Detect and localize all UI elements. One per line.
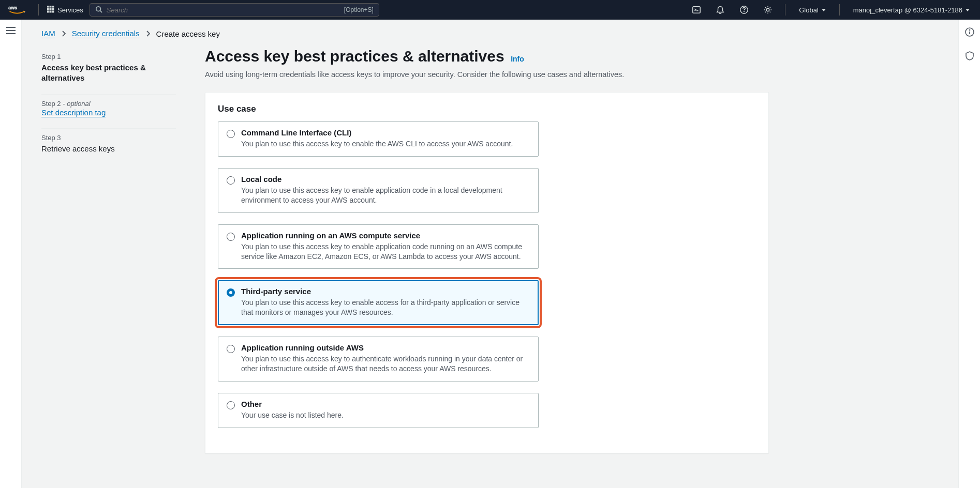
radio-icon xyxy=(227,288,235,297)
radio-icon xyxy=(227,233,235,241)
use-case-option-cli[interactable]: Command Line Interface (CLI)You plan to … xyxy=(218,121,539,157)
wizard-step-2: Step 2 - optional Set description tag xyxy=(41,95,176,129)
wizard-steps: Step 1 Access key best practices & alter… xyxy=(41,48,176,453)
search-icon xyxy=(95,6,102,14)
option-description: You plan to use this access key to enabl… xyxy=(241,298,530,317)
info-icon[interactable] xyxy=(964,27,975,39)
nav-divider xyxy=(839,4,840,16)
option-description: You plan to use this access key to enabl… xyxy=(241,139,513,149)
chevron-right-icon xyxy=(146,29,150,38)
services-label: Services xyxy=(57,6,83,14)
use-case-option-outside-aws[interactable]: Application running outside AWSYou plan … xyxy=(218,337,539,382)
step-title-link[interactable]: Set description tag xyxy=(41,108,106,117)
notifications-icon[interactable] xyxy=(711,5,729,14)
breadcrumb: IAM Security credentials Create access k… xyxy=(41,25,940,48)
svg-rect-5 xyxy=(50,8,51,10)
option-description: Your use case is not listed here. xyxy=(241,410,344,420)
caret-down-icon xyxy=(822,9,826,11)
option-title: Command Line Interface (CLI) xyxy=(241,128,513,137)
svg-point-15 xyxy=(744,11,744,12)
account-menu[interactable]: manoj_clevertap @ 6324-5181-2186 xyxy=(848,6,975,14)
svg-point-16 xyxy=(766,8,769,11)
option-description: You plan to use this access key to enabl… xyxy=(241,242,530,262)
svg-rect-8 xyxy=(50,11,51,12)
wizard-step-1: Step 1 Access key best practices & alter… xyxy=(41,48,176,95)
use-case-option-other[interactable]: OtherYour use case is not listed here. xyxy=(218,393,539,428)
nav-divider xyxy=(785,4,785,16)
search-shortcut: [Option+S] xyxy=(344,6,374,13)
services-button[interactable]: Services xyxy=(47,6,83,14)
card-header: Use case xyxy=(218,104,756,114)
help-icon[interactable] xyxy=(735,5,753,14)
option-title: Local code xyxy=(241,175,530,184)
svg-line-11 xyxy=(100,10,102,12)
nav-divider xyxy=(38,4,39,16)
page-subtitle: Avoid using long-term credentials like a… xyxy=(205,70,769,79)
use-case-option-third-party[interactable]: Third-party serviceYou plan to use this … xyxy=(218,280,539,325)
shield-icon[interactable] xyxy=(964,51,975,63)
step-label: Step 2 xyxy=(41,100,61,108)
svg-rect-6 xyxy=(52,8,54,10)
caret-down-icon xyxy=(966,9,970,11)
svg-rect-1 xyxy=(47,6,49,7)
step-label: Step 1 xyxy=(41,53,61,60)
use-case-card: Use case Command Line Interface (CLI)You… xyxy=(205,92,769,453)
radio-icon xyxy=(227,176,235,185)
svg-rect-9 xyxy=(52,11,54,12)
svg-point-10 xyxy=(96,6,101,11)
step-optional: - optional xyxy=(61,100,91,108)
breadcrumb-link-iam[interactable]: IAM xyxy=(41,29,55,38)
content: IAM Security credentials Create access k… xyxy=(22,20,958,488)
wizard-step-3: Step 3 Retrieve access keys xyxy=(41,129,176,164)
option-description: You plan to use this access key to enabl… xyxy=(241,186,530,205)
svg-point-21 xyxy=(969,29,970,30)
use-case-option-aws-compute[interactable]: Application running on an AWS compute se… xyxy=(218,224,539,269)
search-box[interactable]: [Option+S] xyxy=(90,3,379,17)
main-panel: Access key best practices & alternatives… xyxy=(205,48,769,453)
option-title: Other xyxy=(241,400,344,408)
step-title: Retrieve access keys xyxy=(41,144,176,154)
svg-rect-3 xyxy=(52,6,54,7)
svg-rect-2 xyxy=(50,6,51,7)
option-title: Third-party service xyxy=(241,287,530,296)
step-title: Access key best practices & alternatives xyxy=(41,63,176,84)
option-description: You plan to use this access key to authe… xyxy=(241,354,530,374)
region-label: Global xyxy=(799,6,819,14)
option-title: Application running outside AWS xyxy=(241,343,530,352)
use-case-option-local-code[interactable]: Local codeYou plan to use this access ke… xyxy=(218,168,539,213)
right-rail xyxy=(958,20,980,488)
aws-logo[interactable]: aws xyxy=(8,5,26,15)
region-selector[interactable]: Global xyxy=(794,6,831,14)
radio-icon xyxy=(227,345,235,353)
svg-rect-4 xyxy=(47,8,49,10)
info-link[interactable]: Info xyxy=(511,55,524,63)
grid-icon xyxy=(47,6,54,14)
page-title: Access key best practices & alternatives xyxy=(205,48,504,65)
top-nav: aws Services [Option+S] xyxy=(0,0,980,20)
breadcrumb-link-security-credentials[interactable]: Security credentials xyxy=(72,29,140,38)
search-input[interactable] xyxy=(107,6,344,14)
svg-rect-7 xyxy=(47,11,49,12)
chevron-right-icon xyxy=(62,29,66,38)
cloudshell-icon[interactable] xyxy=(688,5,705,14)
account-label: manoj_clevertap @ 6324-5181-2186 xyxy=(853,6,962,14)
step-label: Step 3 xyxy=(41,134,61,142)
settings-icon[interactable] xyxy=(759,5,777,14)
option-title: Application running on an AWS compute se… xyxy=(241,231,530,240)
hamburger-icon[interactable] xyxy=(6,27,16,488)
radio-icon xyxy=(227,130,235,138)
breadcrumb-current: Create access key xyxy=(156,29,220,38)
radio-icon xyxy=(227,401,235,409)
left-rail xyxy=(0,20,22,488)
svg-text:aws: aws xyxy=(8,5,17,10)
